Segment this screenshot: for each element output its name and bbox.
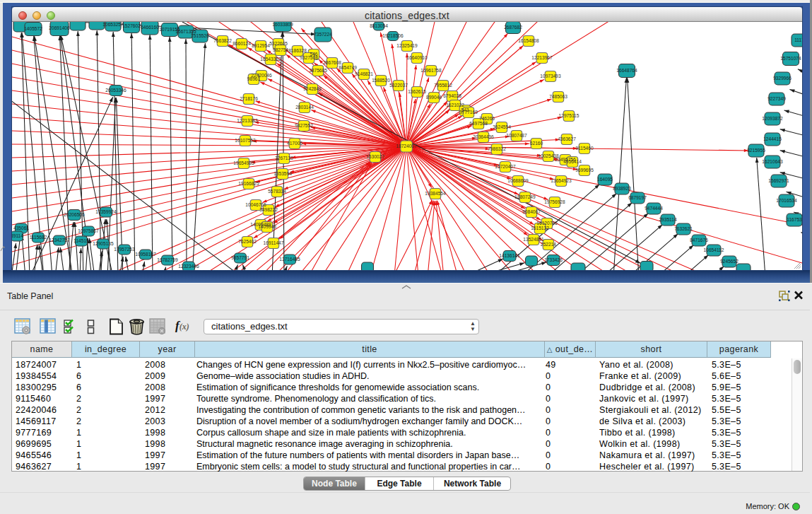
svg-text:12093872: 12093872 (762, 116, 783, 121)
svg-text:26053346: 26053346 (105, 88, 126, 93)
svg-text:19166825: 19166825 (238, 181, 259, 186)
svg-text:1588520: 1588520 (372, 78, 390, 83)
svg-text:16640910: 16640910 (406, 55, 428, 60)
svg-text:1621022: 1621022 (446, 103, 464, 107)
svg-text:16648764: 16648764 (616, 68, 637, 73)
svg-text:13524851: 13524851 (523, 237, 544, 242)
svg-text:1405572: 1405572 (24, 26, 42, 31)
svg-text:6497568: 6497568 (469, 121, 488, 126)
svg-text:1117: 1117 (794, 37, 802, 42)
svg-text:9777169: 9777169 (459, 110, 478, 115)
svg-text:12325419: 12325419 (396, 43, 418, 48)
svg-text:2935114: 2935114 (659, 217, 677, 222)
svg-text:12323446: 12323446 (178, 264, 199, 269)
svg-text:9327508: 9327508 (300, 55, 318, 60)
svg-text:8471676: 8471676 (690, 238, 708, 243)
svg-text:1530027: 1530027 (366, 154, 384, 159)
svg-text:2803144: 2803144 (295, 105, 314, 110)
svg-text:10654112: 10654112 (704, 247, 724, 252)
svg-text:39114: 39114 (12, 233, 23, 238)
svg-text:15751074: 15751074 (780, 56, 801, 61)
svg-text:116753: 116753 (787, 217, 802, 222)
svg-text:19384554: 19384554 (425, 191, 446, 196)
svg-text:12905135: 12905135 (93, 241, 114, 246)
svg-text:9427552: 9427552 (295, 123, 313, 128)
svg-text:8215955: 8215955 (747, 148, 765, 153)
svg-text:7357224: 7357224 (314, 32, 332, 37)
svg-text:16911447: 16911447 (264, 240, 284, 245)
svg-text:20364436: 20364436 (473, 134, 494, 139)
svg-text:8813054: 8813054 (370, 23, 388, 28)
svg-text:16782759: 16782759 (157, 257, 178, 262)
svg-text:2867608: 2867608 (323, 60, 341, 65)
svg-text:8454749: 8454749 (339, 65, 357, 70)
svg-text:18724007: 18724007 (396, 144, 417, 148)
svg-text:13654923: 13654923 (551, 178, 572, 183)
svg-text:1615132: 1615132 (531, 226, 549, 230)
svg-text:1527602: 1527602 (122, 23, 141, 28)
svg-text:10046766: 10046766 (245, 202, 266, 207)
svg-text:435061: 435061 (13, 226, 29, 230)
svg-text:10975867: 10975867 (78, 228, 99, 233)
svg-text:16033809: 16033809 (272, 22, 293, 27)
svg-text:9857791: 9857791 (231, 255, 249, 260)
svg-text:20691406: 20691406 (49, 25, 70, 30)
svg-text:15720407: 15720407 (495, 164, 516, 169)
svg-text:17016534: 17016534 (776, 198, 797, 203)
svg-text:19654985: 19654985 (233, 160, 254, 165)
svg-text:746266: 746266 (479, 116, 495, 121)
svg-text:3267130: 3267130 (275, 156, 293, 160)
svg-text:7632621: 7632621 (674, 226, 693, 231)
svg-text:10807487: 10807487 (506, 133, 527, 138)
svg-text:10107553: 10107553 (235, 138, 256, 143)
svg-text:62160: 62160 (530, 141, 543, 146)
svg-text:2718176: 2718176 (240, 96, 258, 101)
svg-text:1733426: 1733426 (544, 257, 563, 262)
svg-text:10973493: 10973493 (540, 74, 561, 78)
svg-text:6794028: 6794028 (443, 93, 461, 98)
svg-text:18807249: 18807249 (514, 194, 536, 199)
svg-text:10653257: 10653257 (102, 22, 124, 27)
svg-text:2687682: 2687682 (504, 25, 522, 30)
svg-text:14136141: 14136141 (499, 253, 520, 258)
svg-text:1409948: 1409948 (258, 224, 276, 229)
svg-text:9474444: 9474444 (645, 206, 663, 211)
svg-text:19218506: 19218506 (382, 33, 404, 38)
svg-text:6879197: 6879197 (628, 195, 647, 200)
svg-text:10688609: 10688609 (507, 178, 529, 183)
svg-text:9329966: 9329966 (773, 76, 792, 81)
svg-text:7625402: 7625402 (238, 239, 257, 244)
svg-text:98961: 98961 (247, 76, 261, 81)
svg-text:9245652: 9245652 (720, 259, 739, 264)
svg-text:16961758: 16961758 (420, 68, 442, 73)
svg-text:12975115: 12975115 (559, 113, 579, 118)
svg-text:252214: 252214 (541, 242, 556, 247)
svg-text:1353594: 1353594 (273, 171, 292, 176)
svg-text:15692971: 15692971 (768, 178, 789, 183)
svg-text:12342757: 12342757 (49, 238, 70, 243)
svg-text:417006: 417006 (287, 141, 302, 146)
svg-text:5322605: 5322605 (269, 41, 288, 46)
svg-text:19756928: 19756928 (544, 199, 565, 204)
svg-text:8912954: 8912954 (252, 43, 270, 48)
svg-text:16120746: 16120746 (536, 221, 558, 226)
svg-text:1244415: 1244415 (763, 136, 782, 141)
svg-text:16210643: 16210643 (762, 159, 783, 164)
svg-text:9115460: 9115460 (575, 146, 594, 151)
svg-text:17957253: 17957253 (114, 247, 135, 252)
svg-text:8186328: 8186328 (288, 48, 307, 53)
svg-text:12213967: 12213967 (531, 55, 553, 60)
svg-text:7485063: 7485063 (549, 94, 567, 99)
svg-text:13716485: 13716485 (279, 257, 300, 262)
svg-text:3498222: 3498222 (259, 207, 278, 212)
svg-text:9146821: 9146821 (355, 71, 373, 76)
svg-text:8938923: 8938923 (613, 186, 631, 191)
svg-text:10958107: 10958107 (135, 252, 156, 257)
svg-text:899044: 899044 (426, 95, 442, 100)
svg-text:5322037: 5322037 (389, 83, 408, 88)
svg-text:3624554: 3624554 (493, 124, 511, 129)
svg-text:7955812: 7955812 (434, 83, 452, 88)
svg-text:9699695: 9699695 (575, 168, 594, 173)
svg-text:7663822: 7663822 (213, 38, 232, 43)
svg-text:3875685: 3875685 (309, 68, 327, 73)
